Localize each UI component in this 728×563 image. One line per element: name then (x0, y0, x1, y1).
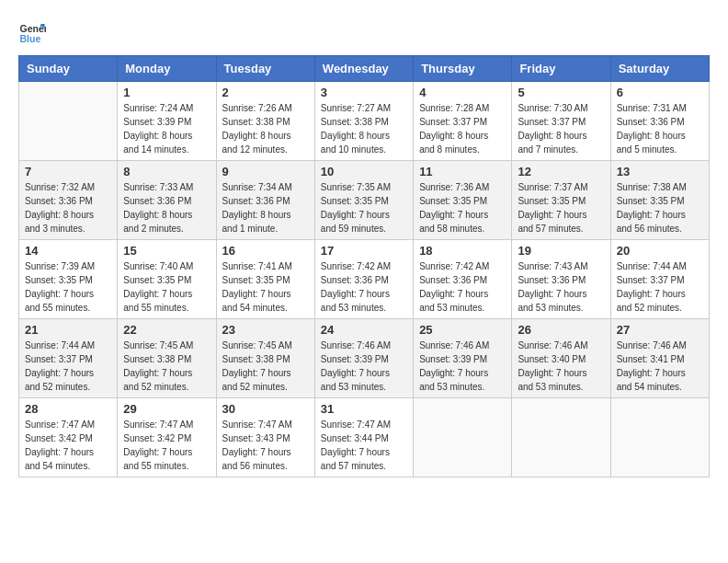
svg-text:Blue: Blue (20, 33, 41, 44)
day-number: 30 (222, 402, 309, 416)
calendar-day-cell: 18Sunrise: 7:42 AMSunset: 3:36 PMDayligh… (414, 240, 512, 319)
day-info: Sunrise: 7:45 AMSunset: 3:38 PMDaylight:… (123, 339, 210, 394)
day-info: Sunrise: 7:27 AMSunset: 3:38 PMDaylight:… (321, 101, 407, 156)
day-info: Sunrise: 7:43 AMSunset: 3:36 PMDaylight:… (518, 259, 604, 315)
calendar-week-row: 28Sunrise: 7:47 AMSunset: 3:42 PMDayligh… (19, 398, 710, 477)
calendar-day-cell: 3Sunrise: 7:27 AMSunset: 3:38 PMDaylight… (314, 82, 413, 161)
day-info: Sunrise: 7:37 AMSunset: 3:35 PMDaylight:… (518, 180, 604, 236)
day-info: Sunrise: 7:35 AMSunset: 3:35 PMDaylight:… (321, 180, 407, 236)
weekday-header-saturday: Saturday (610, 56, 709, 82)
day-info: Sunrise: 7:38 AMSunset: 3:35 PMDaylight:… (617, 180, 703, 236)
day-info: Sunrise: 7:26 AMSunset: 3:38 PMDaylight:… (222, 101, 309, 156)
day-number: 18 (419, 244, 506, 258)
day-info: Sunrise: 7:47 AMSunset: 3:42 PMDaylight:… (25, 418, 111, 473)
weekday-header-row: SundayMondayTuesdayWednesdayThursdayFrid… (19, 56, 710, 82)
logo: General Blue (18, 18, 46, 46)
weekday-header-friday: Friday (512, 56, 610, 82)
calendar-day-cell (19, 82, 118, 161)
day-number: 9 (222, 165, 309, 178)
calendar-day-cell: 1Sunrise: 7:24 AMSunset: 3:39 PMDaylight… (118, 82, 216, 161)
day-number: 13 (617, 165, 703, 178)
calendar-day-cell: 6Sunrise: 7:31 AMSunset: 3:36 PMDaylight… (610, 82, 709, 161)
day-number: 8 (123, 165, 210, 178)
calendar-day-cell: 5Sunrise: 7:30 AMSunset: 3:37 PMDaylight… (512, 82, 610, 161)
day-number: 27 (617, 323, 703, 337)
day-number: 7 (25, 165, 111, 178)
calendar-day-cell: 12Sunrise: 7:37 AMSunset: 3:35 PMDayligh… (512, 161, 610, 240)
day-info: Sunrise: 7:44 AMSunset: 3:37 PMDaylight:… (25, 339, 111, 394)
day-number: 26 (518, 323, 604, 337)
calendar-day-cell: 13Sunrise: 7:38 AMSunset: 3:35 PMDayligh… (610, 161, 709, 240)
calendar-day-cell: 2Sunrise: 7:26 AMSunset: 3:38 PMDaylight… (216, 82, 314, 161)
calendar-week-row: 14Sunrise: 7:39 AMSunset: 3:35 PMDayligh… (19, 240, 710, 319)
day-info: Sunrise: 7:41 AMSunset: 3:35 PMDaylight:… (222, 259, 309, 315)
logo-icon: General Blue (18, 18, 46, 46)
day-number: 25 (419, 323, 506, 337)
page-header: General Blue (18, 18, 710, 46)
day-info: Sunrise: 7:33 AMSunset: 3:36 PMDaylight:… (123, 180, 210, 236)
calendar-day-cell: 31Sunrise: 7:47 AMSunset: 3:44 PMDayligh… (314, 398, 413, 477)
day-number: 21 (25, 323, 111, 337)
day-number: 12 (518, 165, 604, 178)
day-number: 1 (123, 86, 210, 99)
calendar-day-cell (610, 398, 709, 477)
weekday-header-tuesday: Tuesday (216, 56, 314, 82)
day-info: Sunrise: 7:46 AMSunset: 3:39 PMDaylight:… (321, 339, 407, 394)
calendar-day-cell: 19Sunrise: 7:43 AMSunset: 3:36 PMDayligh… (512, 240, 610, 319)
day-info: Sunrise: 7:45 AMSunset: 3:38 PMDaylight:… (222, 339, 309, 394)
day-info: Sunrise: 7:40 AMSunset: 3:35 PMDaylight:… (123, 259, 210, 315)
day-info: Sunrise: 7:42 AMSunset: 3:36 PMDaylight:… (419, 259, 506, 315)
calendar-day-cell: 23Sunrise: 7:45 AMSunset: 3:38 PMDayligh… (216, 319, 314, 398)
day-info: Sunrise: 7:30 AMSunset: 3:37 PMDaylight:… (518, 101, 604, 156)
day-info: Sunrise: 7:46 AMSunset: 3:40 PMDaylight:… (518, 339, 604, 394)
day-number: 20 (617, 244, 703, 258)
day-info: Sunrise: 7:31 AMSunset: 3:36 PMDaylight:… (617, 101, 703, 156)
weekday-header-wednesday: Wednesday (314, 56, 413, 82)
calendar-day-cell: 22Sunrise: 7:45 AMSunset: 3:38 PMDayligh… (118, 319, 216, 398)
day-info: Sunrise: 7:36 AMSunset: 3:35 PMDaylight:… (419, 180, 506, 236)
calendar-day-cell: 15Sunrise: 7:40 AMSunset: 3:35 PMDayligh… (118, 240, 216, 319)
calendar-day-cell: 8Sunrise: 7:33 AMSunset: 3:36 PMDaylight… (118, 161, 216, 240)
day-number: 4 (419, 86, 506, 99)
day-number: 14 (25, 244, 111, 258)
calendar-table: SundayMondayTuesdayWednesdayThursdayFrid… (18, 55, 710, 477)
day-number: 31 (321, 402, 407, 416)
day-number: 5 (518, 86, 604, 99)
calendar-week-row: 1Sunrise: 7:24 AMSunset: 3:39 PMDaylight… (19, 82, 710, 161)
calendar-day-cell: 20Sunrise: 7:44 AMSunset: 3:37 PMDayligh… (610, 240, 709, 319)
calendar-day-cell: 25Sunrise: 7:46 AMSunset: 3:39 PMDayligh… (414, 319, 512, 398)
day-number: 23 (222, 323, 309, 337)
day-info: Sunrise: 7:24 AMSunset: 3:39 PMDaylight:… (123, 101, 210, 156)
day-info: Sunrise: 7:47 AMSunset: 3:42 PMDaylight:… (123, 418, 210, 473)
day-number: 28 (25, 402, 111, 416)
day-number: 11 (419, 165, 506, 178)
day-number: 15 (123, 244, 210, 258)
calendar-day-cell: 4Sunrise: 7:28 AMSunset: 3:37 PMDaylight… (414, 82, 512, 161)
day-number: 10 (321, 165, 407, 178)
day-info: Sunrise: 7:44 AMSunset: 3:37 PMDaylight:… (617, 259, 703, 315)
calendar-day-cell: 26Sunrise: 7:46 AMSunset: 3:40 PMDayligh… (512, 319, 610, 398)
day-info: Sunrise: 7:42 AMSunset: 3:36 PMDaylight:… (321, 259, 407, 315)
calendar-day-cell (512, 398, 610, 477)
weekday-header-sunday: Sunday (19, 56, 118, 82)
day-info: Sunrise: 7:47 AMSunset: 3:44 PMDaylight:… (321, 418, 407, 473)
day-info: Sunrise: 7:47 AMSunset: 3:43 PMDaylight:… (222, 418, 309, 473)
calendar-day-cell: 28Sunrise: 7:47 AMSunset: 3:42 PMDayligh… (19, 398, 118, 477)
day-number: 3 (321, 86, 407, 99)
calendar-day-cell: 9Sunrise: 7:34 AMSunset: 3:36 PMDaylight… (216, 161, 314, 240)
calendar-day-cell: 10Sunrise: 7:35 AMSunset: 3:35 PMDayligh… (314, 161, 413, 240)
day-number: 2 (222, 86, 309, 99)
weekday-header-monday: Monday (118, 56, 216, 82)
day-info: Sunrise: 7:39 AMSunset: 3:35 PMDaylight:… (25, 259, 111, 315)
calendar-day-cell: 17Sunrise: 7:42 AMSunset: 3:36 PMDayligh… (314, 240, 413, 319)
day-info: Sunrise: 7:46 AMSunset: 3:39 PMDaylight:… (419, 339, 506, 394)
day-info: Sunrise: 7:34 AMSunset: 3:36 PMDaylight:… (222, 180, 309, 236)
calendar-day-cell: 30Sunrise: 7:47 AMSunset: 3:43 PMDayligh… (216, 398, 314, 477)
calendar-day-cell: 11Sunrise: 7:36 AMSunset: 3:35 PMDayligh… (414, 161, 512, 240)
day-number: 16 (222, 244, 309, 258)
calendar-week-row: 7Sunrise: 7:32 AMSunset: 3:36 PMDaylight… (19, 161, 710, 240)
calendar-day-cell (414, 398, 512, 477)
weekday-header-thursday: Thursday (414, 56, 512, 82)
calendar-week-row: 21Sunrise: 7:44 AMSunset: 3:37 PMDayligh… (19, 319, 710, 398)
calendar-day-cell: 7Sunrise: 7:32 AMSunset: 3:36 PMDaylight… (19, 161, 118, 240)
